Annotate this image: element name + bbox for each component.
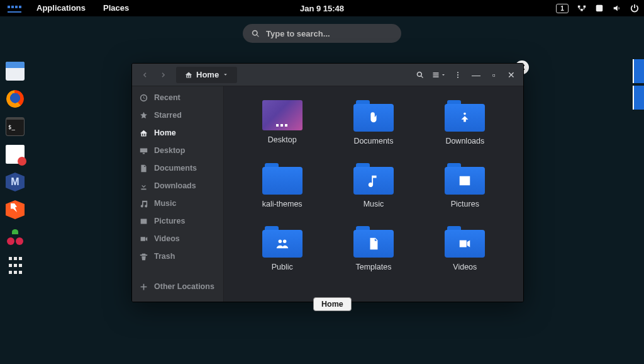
- downloads-icon: [140, 182, 148, 190]
- top-panel: Applications Places Jan 9 15:48 1: [0, 0, 644, 16]
- dock-cherrytree[interactable]: [6, 228, 25, 247]
- sidebar-item-videos[interactable]: Videos: [132, 230, 223, 247]
- clock-icon: [140, 94, 148, 102]
- dock: [3, 62, 28, 275]
- window-maximize-button[interactable]: ▫: [486, 70, 502, 80]
- dock-firefox[interactable]: [6, 89, 25, 108]
- path-home-segment[interactable]: Home: [179, 70, 235, 79]
- dock-show-apps[interactable]: [7, 256, 24, 275]
- folder-icon: [262, 226, 303, 258]
- videos-icon: [140, 235, 148, 243]
- dock-metasploit[interactable]: [6, 173, 25, 191]
- search-placeholder: Type to search...: [266, 29, 330, 38]
- sidebar-item-documents[interactable]: Documents: [132, 159, 223, 177]
- nav-forward-button[interactable]: [155, 67, 172, 83]
- window-title-tooltip: Home: [313, 297, 352, 311]
- folder-icon: [262, 163, 303, 195]
- sidebar-item-label: Trash: [154, 252, 175, 261]
- item-label: Music: [364, 200, 384, 208]
- sidebar-item-recent[interactable]: Recent: [132, 89, 223, 106]
- nav-back-button[interactable]: [136, 67, 153, 83]
- item-downloads[interactable]: Downloads: [419, 98, 511, 161]
- fm-toolbar: Home — ▫ ✕: [132, 64, 523, 86]
- view-toggle-button[interactable]: [430, 67, 448, 83]
- window-close-button[interactable]: ✕: [503, 70, 519, 80]
- item-label: Public: [272, 263, 293, 271]
- hamburger-menu-button[interactable]: [449, 67, 467, 83]
- dock-terminal[interactable]: [6, 117, 25, 136]
- sidebar-item-label: Desktop: [154, 146, 185, 155]
- desktop-thumb-icon: [262, 100, 303, 130]
- sidebar-item-label: Home: [154, 128, 176, 137]
- item-music[interactable]: Music: [328, 161, 419, 224]
- item-documents[interactable]: Documents: [328, 98, 419, 161]
- power-icon[interactable]: [630, 4, 639, 13]
- sidebar-item-home[interactable]: Home: [132, 124, 223, 142]
- sidebar-item-label: Pictures: [154, 217, 185, 225]
- item-label: Downloads: [445, 137, 484, 145]
- path-label: Home: [196, 70, 219, 79]
- fm-content[interactable]: DesktopDocumentsDownloadskali-themesMusi…: [224, 86, 523, 302]
- sidebar-item-label: Videos: [154, 234, 180, 243]
- dock-files[interactable]: [6, 62, 25, 81]
- folder-icon: [445, 163, 485, 195]
- item-public[interactable]: Public: [236, 224, 328, 287]
- music-icon: [140, 200, 148, 208]
- sidebar-item-pictures[interactable]: Pictures: [132, 212, 223, 230]
- chevron-down-icon: [223, 72, 228, 77]
- sidebar-item-starred[interactable]: Starred: [132, 106, 223, 124]
- dock-text-editor[interactable]: [6, 145, 25, 164]
- sidebar-item-trash[interactable]: Trash: [132, 247, 223, 265]
- places-menu[interactable]: Places: [94, 0, 138, 16]
- item-videos[interactable]: Videos: [419, 224, 511, 287]
- sidebar-item-desktop[interactable]: Desktop: [132, 142, 223, 159]
- clock[interactable]: Jan 9 15:48: [300, 4, 344, 13]
- item-label: Templates: [356, 263, 392, 271]
- folder-icon: [353, 226, 394, 258]
- path-bar[interactable]: Home: [176, 67, 237, 83]
- network-icon[interactable]: [577, 4, 586, 13]
- activities-button[interactable]: [8, 4, 21, 13]
- sidebar-item-label: Documents: [154, 164, 197, 173]
- pictures-icon: [140, 217, 148, 225]
- folder-icon: [445, 100, 485, 132]
- trash-icon: [140, 253, 148, 261]
- sidebar-item-label: Starred: [154, 111, 182, 120]
- fm-sidebar: RecentStarredHomeDesktopDocumentsDownloa…: [132, 86, 224, 302]
- screen-record-icon[interactable]: [595, 4, 604, 13]
- search-button[interactable]: [411, 67, 429, 83]
- workspace-strip[interactable]: [633, 59, 644, 112]
- documents-icon: [140, 164, 148, 173]
- sidebar-item-music[interactable]: Music: [132, 195, 223, 212]
- workspace-indicator[interactable]: 1: [556, 4, 569, 13]
- search-icon: [252, 30, 260, 38]
- sidebar-item-other-locations[interactable]: Other Locations: [132, 278, 223, 295]
- folder-icon: [353, 100, 394, 132]
- file-manager-window: Home — ▫ ✕ RecentStarredHomeDesktopDocum…: [131, 63, 524, 302]
- item-label: Pictures: [451, 200, 479, 208]
- sidebar-item-label: Recent: [154, 93, 180, 102]
- folder-icon: [445, 226, 485, 258]
- window-minimize-button[interactable]: —: [468, 70, 484, 80]
- dock-burpsuite[interactable]: [6, 200, 25, 219]
- star-icon: [140, 111, 148, 120]
- sidebar-item-label: Music: [154, 199, 176, 208]
- item-label: Videos: [453, 263, 477, 271]
- item-label: Desktop: [268, 135, 297, 144]
- item-kali-themes[interactable]: kali-themes: [236, 161, 328, 224]
- sidebar-item-downloads[interactable]: Downloads: [132, 177, 223, 195]
- sidebar-item-label: Other Locations: [154, 282, 214, 291]
- applications-menu[interactable]: Applications: [28, 0, 94, 16]
- item-pictures[interactable]: Pictures: [419, 161, 511, 224]
- item-templates[interactable]: Templates: [328, 224, 419, 287]
- home-icon: [140, 129, 148, 137]
- desktop-icon: [140, 147, 148, 155]
- overview-search[interactable]: Type to search...: [243, 24, 401, 43]
- volume-icon[interactable]: [613, 4, 621, 13]
- item-label: kali-themes: [262, 200, 303, 208]
- folder-icon: [353, 163, 394, 195]
- item-desktop[interactable]: Desktop: [236, 98, 328, 161]
- plus-icon: [140, 283, 148, 291]
- item-label: Documents: [353, 137, 393, 145]
- sidebar-item-label: Downloads: [154, 181, 196, 190]
